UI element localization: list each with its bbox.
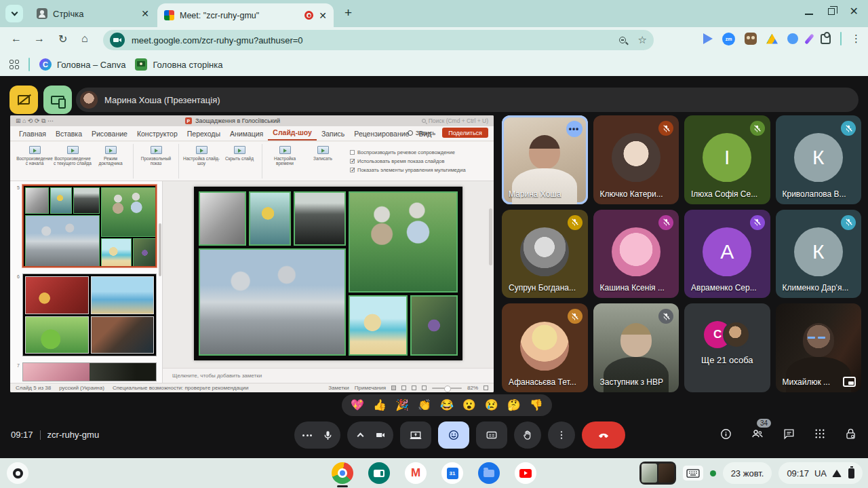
reaction-emoji-button[interactable]: 👏 xyxy=(418,400,431,411)
ppt-tab[interactable]: Переходы xyxy=(182,128,225,140)
gmail-app-icon[interactable]: M xyxy=(405,462,427,484)
scrollbar[interactable] xyxy=(489,208,492,265)
zoom-level[interactable]: 82% xyxy=(467,385,478,391)
reading-view-icon[interactable] xyxy=(412,386,416,390)
owl-extension-icon[interactable] xyxy=(745,33,757,45)
ppt-record-button[interactable]: Запись xyxy=(408,130,436,136)
reactions-button[interactable] xyxy=(438,421,469,449)
camera-icon[interactable] xyxy=(370,429,391,441)
ppt-ribbon-button[interactable]: Записать xyxy=(304,144,342,179)
back-button[interactable]: ← xyxy=(11,33,22,45)
ppt-tab[interactable]: Главная xyxy=(14,128,51,140)
send-extension-icon[interactable] xyxy=(703,33,713,44)
home-button[interactable]: ⌂ xyxy=(81,33,88,45)
ppt-tab[interactable]: Анимация xyxy=(225,128,268,140)
window-restore-button[interactable] xyxy=(828,8,835,15)
window-close-button[interactable]: ✕ xyxy=(850,7,859,16)
ppt-tab[interactable]: Рецензирование xyxy=(349,128,414,140)
reaction-emoji-button[interactable]: 🎉 xyxy=(395,400,409,411)
forward-button[interactable]: → xyxy=(34,33,45,45)
ppt-titlebar-icons[interactable]: ⊞ ⌂ ⟲ ⟳ ⧉ ⋯ xyxy=(16,117,54,125)
ppt-tab[interactable]: Рисование xyxy=(87,128,132,140)
window-minimize-button[interactable] xyxy=(805,14,813,15)
ppt-ribbon-button[interactable]: Произвольный показ xyxy=(133,144,175,179)
extensions-puzzle-icon[interactable] xyxy=(821,34,831,44)
fit-window-icon[interactable] xyxy=(484,386,488,390)
ppt-notes-pane[interactable]: Щелкните, чтобы добавить заметки xyxy=(163,368,494,383)
participant-tile[interactable]: К Клименко Дар'я... xyxy=(776,210,862,299)
participant-tile[interactable]: Заступник з НВР xyxy=(593,303,679,392)
keyboard-icon[interactable] xyxy=(683,466,703,481)
ppt-option-checkbox[interactable]: Использовать время показа слайдов xyxy=(350,158,466,164)
tab-strichka[interactable]: Стрічка ✕ xyxy=(30,0,156,27)
current-slide[interactable] xyxy=(194,187,462,360)
presentation-control-button[interactable] xyxy=(9,86,38,114)
participant-tile[interactable]: Афанасьєва Тет... xyxy=(502,303,588,392)
slideshow-view-icon[interactable] xyxy=(422,386,427,390)
tab-search-button[interactable] xyxy=(5,5,23,22)
ppt-ribbon-button[interactable]: Скрыть слайд xyxy=(220,144,258,179)
ppt-share-button[interactable]: Поделиться xyxy=(442,128,488,138)
date-pill[interactable]: 23 жовт. xyxy=(723,462,772,484)
ppt-ribbon-button[interactable]: Воспроизведение с начала xyxy=(16,144,54,179)
ppt-search[interactable]: Поиск (Cmd + Ctrl + U) xyxy=(422,117,488,124)
more-options-button[interactable] xyxy=(548,421,575,449)
scrollbar[interactable] xyxy=(159,223,161,276)
camera-control[interactable] xyxy=(347,421,393,449)
mic-icon[interactable] xyxy=(317,430,338,441)
participant-tile[interactable]: Кашина Ксенія ... xyxy=(593,210,679,299)
drive-extension-icon[interactable] xyxy=(766,34,778,44)
participant-tile[interactable]: ••• Марина Хоша xyxy=(502,115,588,204)
reaction-emoji-button[interactable]: 👍 xyxy=(373,400,387,411)
address-bar[interactable]: meet.google.com/zcr-ruhy-gmu?authuser=0 … xyxy=(103,30,654,50)
launcher-button[interactable] xyxy=(7,462,28,484)
mic-control[interactable] xyxy=(294,421,340,449)
url-text[interactable]: meet.google.com/zcr-ruhy-gmu?authuser=0 xyxy=(132,35,303,45)
participant-tile[interactable]: Супрун Богдана... xyxy=(502,210,588,299)
participant-tile[interactable]: А Авраменко Сер... xyxy=(684,210,770,299)
end-call-button[interactable] xyxy=(582,421,625,449)
ppt-tab[interactable]: Конструктор xyxy=(132,128,182,140)
participant-tile[interactable]: Михайлюк ... xyxy=(776,303,862,392)
camera-options-button[interactable] xyxy=(350,432,370,438)
ppt-option-checkbox[interactable]: Воспроизводить речевое сопровождение xyxy=(350,149,466,155)
sorter-view-icon[interactable] xyxy=(401,386,406,390)
meeting-details-button[interactable] xyxy=(719,428,732,440)
chat-button[interactable] xyxy=(783,428,795,440)
ppt-ribbon-button[interactable]: Режим докладчика xyxy=(92,144,130,179)
bookmark-canva[interactable]: C Головна – Canva xyxy=(39,58,125,71)
participant-tile[interactable]: С Ще 21 особа xyxy=(684,303,770,392)
devices-button[interactable] xyxy=(43,86,72,114)
ppt-ribbon-button[interactable]: Воспроизведение с текущего слайда xyxy=(54,144,92,179)
participant-tile[interactable]: Ключко Катери... xyxy=(593,115,679,204)
reaction-emoji-button[interactable]: 😂 xyxy=(440,400,454,411)
zoom-out-icon[interactable] xyxy=(619,37,626,43)
people-button[interactable]: 34 xyxy=(751,427,764,440)
slide-thumbnail-selected[interactable] xyxy=(22,185,157,267)
shared-screen-presentation[interactable]: ⊞ ⌂ ⟲ ⟳ ⧉ ⋯ P Заощадження в Голосіївськи… xyxy=(10,115,494,392)
participant-tile[interactable]: К Криволапова В... xyxy=(776,115,862,204)
zoom-slider[interactable] xyxy=(432,388,462,389)
host-controls-button[interactable] xyxy=(844,428,857,440)
comments-toggle[interactable]: Примечания xyxy=(355,385,386,391)
calendar-app-icon[interactable]: 31 xyxy=(441,462,463,484)
blue-dot-extension-icon[interactable] xyxy=(787,33,798,44)
tab-close-icon[interactable]: ✕ xyxy=(141,8,149,19)
reaction-emoji-button[interactable]: 😮 xyxy=(462,400,476,411)
present-screen-button[interactable] xyxy=(400,421,431,449)
browser-menu-icon[interactable]: ⋮ xyxy=(851,33,861,45)
youtube-app-icon[interactable] xyxy=(515,462,536,484)
tile-menu-button[interactable]: ••• xyxy=(566,121,583,137)
language-label[interactable]: русский (Украина) xyxy=(59,385,104,391)
tab-close-icon[interactable]: ✕ xyxy=(319,10,327,21)
ppt-option-checkbox[interactable]: Показать элементы управления мультимедиа xyxy=(350,167,466,173)
captions-button[interactable] xyxy=(476,421,507,449)
activities-button[interactable] xyxy=(814,428,826,440)
participant-tile[interactable]: І Ілюха Софія Се... xyxy=(684,115,770,204)
apps-grid-icon[interactable] xyxy=(9,60,19,69)
tab-meet-active[interactable]: Meet: "zcr-ruhy-gmu" ✕ xyxy=(157,3,334,27)
ppt-tab[interactable]: Слайд-шоу xyxy=(268,126,317,140)
slide-thumbnail[interactable] xyxy=(22,362,157,381)
normal-view-icon[interactable] xyxy=(391,386,396,390)
pen-extension-icon[interactable] xyxy=(804,33,814,44)
